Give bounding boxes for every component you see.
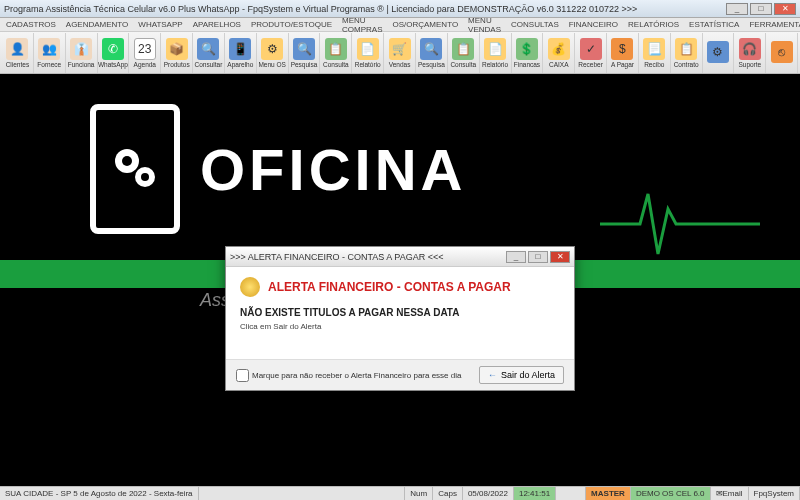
status-num: Num	[405, 487, 433, 500]
toolbar-button[interactable]: 👥Fornece	[34, 33, 66, 73]
toolbar-button[interactable]: 🔍Consultar	[193, 33, 225, 73]
brand-logo: OFICINA	[90, 104, 466, 234]
toolbar-icon: ✓	[580, 38, 602, 60]
menu-item[interactable]: APARELHOS	[193, 20, 241, 29]
dialog-close-button[interactable]: ✕	[550, 251, 570, 263]
menu-item[interactable]: FINANCEIRO	[569, 20, 618, 29]
toolbar-label: Menu OS	[258, 61, 285, 68]
toolbar-label: Pesquisa	[418, 61, 445, 68]
menu-item[interactable]: CONSULTAS	[511, 20, 559, 29]
menu-bar: CADASTROS AGENDAMENTO WHATSAPP APARELHOS…	[0, 18, 800, 32]
toolbar-button[interactable]: $A Pagar	[607, 33, 639, 73]
toolbar-button[interactable]: 💰CAIXA	[543, 33, 575, 73]
menu-item[interactable]: WHATSAPP	[138, 20, 182, 29]
toolbar-icon: 👔	[70, 38, 92, 60]
toolbar-icon: 🎧	[739, 38, 761, 60]
status-time: 12:41:51	[514, 487, 556, 500]
toolbar-button[interactable]: 📋Contrato	[671, 33, 703, 73]
toolbar-button[interactable]: 📦Produtos	[161, 33, 193, 73]
dialog-suppress-checkbox[interactable]	[236, 369, 249, 382]
menu-item[interactable]: ESTATÍSTICA	[689, 20, 739, 29]
toolbar-icon: 📦	[166, 38, 188, 60]
status-location: SUA CIDADE - SP 5 de Agosto de 2022 - Se…	[0, 487, 199, 500]
toolbar-label: Agenda	[134, 61, 156, 68]
menu-item[interactable]: CADASTROS	[6, 20, 56, 29]
toolbar-label: Clientes	[6, 61, 29, 68]
toolbar-icon: 💰	[548, 38, 570, 60]
status-brand: FpqSystem	[749, 487, 800, 500]
dialog-checkbox-label[interactable]: Marque para não receber o Alerta Finance…	[236, 369, 461, 382]
toolbar-label: Aparelho	[227, 61, 253, 68]
status-email[interactable]: Email	[711, 487, 749, 500]
status-caps: Caps	[433, 487, 463, 500]
toolbar-label: Pesquisa	[291, 61, 318, 68]
toolbar-button[interactable]: 🛒Vendas	[384, 33, 416, 73]
close-button[interactable]: ✕	[774, 3, 796, 15]
toolbar-icon: ✆	[102, 38, 124, 60]
menu-item[interactable]: MENU COMPRAS	[342, 16, 382, 34]
dialog-checkbox-text: Marque para não receber o Alerta Finance…	[252, 371, 461, 380]
toolbar: 👤Clientes👥Fornece👔Funciona✆WhatsApp23Age…	[0, 32, 800, 74]
alert-dialog: >>> ALERTA FINANCEIRO - CONTAS A PAGAR <…	[225, 246, 575, 391]
dialog-exit-button[interactable]: Sair do Alerta	[479, 366, 564, 384]
toolbar-icon: 📋	[452, 38, 474, 60]
toolbar-button[interactable]: 🎧Suporte	[734, 33, 766, 73]
toolbar-label: Consulta	[450, 61, 476, 68]
menu-item[interactable]: AGENDAMENTO	[66, 20, 129, 29]
dialog-title-text: >>> ALERTA FINANCEIRO - CONTAS A PAGAR <…	[230, 252, 443, 262]
status-demo: DEMO OS CEL 6.0	[631, 487, 711, 500]
toolbar-icon: 👥	[38, 38, 60, 60]
dialog-titlebar: >>> ALERTA FINANCEIRO - CONTAS A PAGAR <…	[226, 247, 574, 267]
toolbar-icon: 🛒	[389, 38, 411, 60]
toolbar-button[interactable]: 23Agenda	[129, 33, 161, 73]
menu-item[interactable]: PRODUTO/ESTOQUE	[251, 20, 332, 29]
toolbar-label: Produtos	[164, 61, 190, 68]
phone-gears-icon	[90, 104, 180, 234]
svg-point-3	[141, 173, 149, 181]
toolbar-button[interactable]: ✆WhatsApp	[98, 33, 130, 73]
toolbar-button[interactable]: 👔Funciona	[66, 33, 98, 73]
toolbar-label: Consulta	[323, 61, 349, 68]
toolbar-label: Receber	[578, 61, 603, 68]
toolbar-button[interactable]: ⚙	[703, 33, 735, 73]
toolbar-button[interactable]: ⚙Menu OS	[257, 33, 289, 73]
maximize-button[interactable]: □	[750, 3, 772, 15]
toolbar-icon: 📱	[229, 38, 251, 60]
toolbar-button[interactable]: 📃Recibo	[639, 33, 671, 73]
toolbar-label: Relatório	[355, 61, 381, 68]
status-date: 05/08/2022	[463, 487, 514, 500]
toolbar-button[interactable]: 🔍Pesquisa	[416, 33, 448, 73]
dialog-body: ALERTA FINANCEIRO - CONTAS A PAGAR NÃO E…	[226, 267, 574, 359]
minimize-button[interactable]: _	[726, 3, 748, 15]
toolbar-label: A Pagar	[611, 61, 634, 68]
toolbar-button[interactable]: 📋Consulta	[448, 33, 480, 73]
menu-item[interactable]: FERRAMENTAS	[749, 20, 800, 29]
window-title: Programa Assistência Técnica Celular v6.…	[4, 4, 637, 14]
svg-point-2	[122, 156, 132, 166]
toolbar-label: Consultar	[195, 61, 223, 68]
dialog-maximize-button[interactable]: □	[528, 251, 548, 263]
menu-item[interactable]: RELATÓRIOS	[628, 20, 679, 29]
toolbar-button[interactable]: 💲Financas	[512, 33, 544, 73]
toolbar-button[interactable]: 📄Relatório	[352, 33, 384, 73]
toolbar-icon: 🔍	[197, 38, 219, 60]
toolbar-icon: 👤	[6, 38, 28, 60]
toolbar-icon: 23	[134, 38, 156, 60]
brand-name: OFICINA	[200, 136, 466, 203]
dialog-minimize-button[interactable]: _	[506, 251, 526, 263]
toolbar-icon: 📋	[325, 38, 347, 60]
toolbar-button[interactable]: 📋Consulta	[320, 33, 352, 73]
dialog-heading-row: ALERTA FINANCEIRO - CONTAS A PAGAR	[240, 277, 560, 297]
menu-item[interactable]: MENU VENDAS	[468, 16, 501, 34]
toolbar-button[interactable]: 📱Aparelho	[225, 33, 257, 73]
toolbar-button[interactable]: ✓Receber	[575, 33, 607, 73]
toolbar-icon: $	[611, 38, 633, 60]
toolbar-button[interactable]: ⎋	[766, 33, 798, 73]
toolbar-icon: ⚙	[261, 38, 283, 60]
toolbar-button[interactable]: 📄Relatório	[480, 33, 512, 73]
coin-icon	[240, 277, 260, 297]
toolbar-button[interactable]: 👤Clientes	[2, 33, 34, 73]
menu-item[interactable]: OS/ORÇAMENTO	[392, 20, 458, 29]
toolbar-button[interactable]: 🔍Pesquisa	[289, 33, 321, 73]
toolbar-label: Suporte	[738, 61, 761, 68]
